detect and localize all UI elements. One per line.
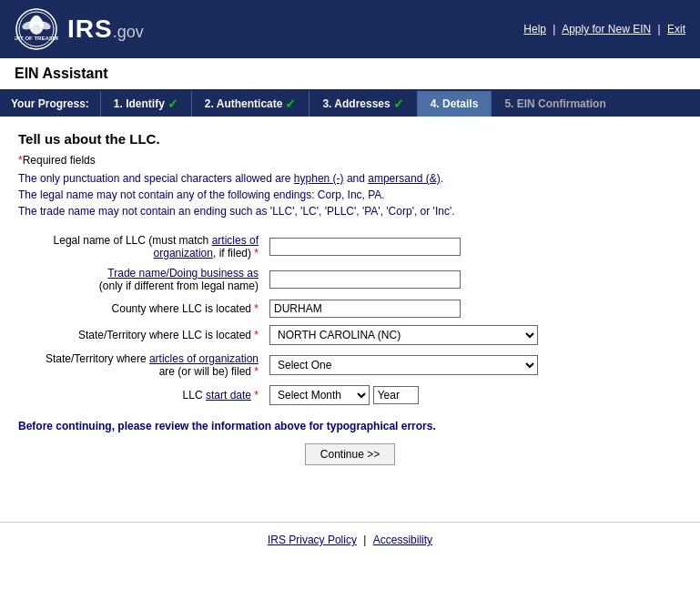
title-bar: EIN Assistant xyxy=(0,58,700,91)
progress-bar: Your Progress: 1. Identify ✓ 2. Authenti… xyxy=(0,91,700,117)
trade-name-link[interactable]: Trade name/Doing business as xyxy=(107,267,259,280)
page-title: EIN Assistant xyxy=(15,66,685,82)
footer-separator: | xyxy=(363,534,369,546)
exit-link[interactable]: Exit xyxy=(667,23,685,36)
start-date-required: * xyxy=(254,389,259,402)
progress-label: Your Progress: xyxy=(0,91,100,117)
privacy-policy-link[interactable]: IRS Privacy Policy xyxy=(268,534,357,546)
state-located-required: * xyxy=(254,329,259,341)
page-footer: IRS Privacy Policy | Accessibility xyxy=(0,523,700,557)
state-filed-input-cell: Select One xyxy=(264,349,682,381)
step-confirmation: 5. EIN Confirmation xyxy=(491,91,618,117)
state-located-input-cell: NORTH CAROLINA (NC) xyxy=(264,321,682,349)
state-located-label-cell: State/Territory where LLC is located * xyxy=(18,321,264,349)
legal-name-required: * xyxy=(254,247,259,259)
state-filed-label-cell: State/Territory where articles of organi… xyxy=(18,349,264,381)
warning-message: Before continuing, please review the inf… xyxy=(18,420,682,432)
legal-name-label-cell: Legal name of LLC (must match articles o… xyxy=(18,230,264,263)
legal-name-row: Legal name of LLC (must match articles o… xyxy=(18,230,682,263)
start-date-input-cell: Select Month January February March Apri… xyxy=(264,381,682,409)
instructions-text: The only punctuation and special charact… xyxy=(18,170,682,219)
state-filed-row: State/Territory where articles of organi… xyxy=(18,349,682,381)
county-row: County where LLC is located * xyxy=(18,296,682,321)
state-located-select[interactable]: NORTH CAROLINA (NC) xyxy=(269,325,538,345)
site-header: DEPT OF TREASURY IRS.gov Help | Apply fo… xyxy=(0,0,700,58)
step-authenticate-check: ✓ xyxy=(285,97,296,111)
step-addresses-check: ✓ xyxy=(393,97,404,111)
step-addresses: 3. Addresses ✓ xyxy=(309,91,416,117)
start-date-link[interactable]: start date xyxy=(206,389,251,402)
info-line-1: The only punctuation and special charact… xyxy=(18,172,443,185)
irs-name: IRS xyxy=(67,15,113,43)
required-fields-note: *Required fields xyxy=(18,154,682,167)
header-navigation: Help | Apply for New EIN | Exit xyxy=(523,23,685,36)
start-date-year-input[interactable] xyxy=(373,386,419,404)
start-date-month-select[interactable]: Select Month January February March Apri… xyxy=(269,385,370,405)
trade-name-row: Trade name/Doing business as(only if dif… xyxy=(18,263,682,296)
gov-suffix: .gov xyxy=(113,23,144,41)
legal-name-input[interactable] xyxy=(269,238,461,256)
step-confirmation-label: 5. EIN Confirmation xyxy=(504,97,605,110)
form-table: Legal name of LLC (must match articles o… xyxy=(18,230,682,409)
step-identify-label: 1. Identify xyxy=(114,97,165,110)
svg-text:DEPT OF TREASURY: DEPT OF TREASURY xyxy=(15,36,58,41)
main-content: Tell us about the LLC. *Required fields … xyxy=(0,117,700,494)
trade-name-label-cell: Trade name/Doing business as(only if dif… xyxy=(18,263,264,296)
trade-name-input[interactable] xyxy=(269,270,461,289)
legal-name-input-cell xyxy=(264,230,682,263)
step-details: 4. Details xyxy=(417,91,492,117)
state-filed-required: * xyxy=(254,365,259,378)
county-label-cell: County where LLC is located * xyxy=(18,296,264,321)
form-section-title: Tell us about the LLC. xyxy=(18,131,682,147)
required-label: Required fields xyxy=(23,154,96,167)
state-filed-select[interactable]: Select One xyxy=(269,355,538,375)
start-date-row: LLC start date * Select Month January Fe… xyxy=(18,381,682,409)
irs-seal-icon: DEPT OF TREASURY xyxy=(15,7,58,51)
info-line-2: The legal name may not contain any of th… xyxy=(18,188,385,201)
trade-name-input-cell xyxy=(264,263,682,296)
county-input-cell xyxy=(264,296,682,321)
accessibility-link[interactable]: Accessibility xyxy=(373,534,432,546)
apply-ein-link[interactable]: Apply for New EIN xyxy=(562,23,651,36)
help-link[interactable]: Help xyxy=(523,23,546,36)
step-details-label: 4. Details xyxy=(431,97,479,110)
step-identify: 1. Identify ✓ xyxy=(100,91,191,117)
state-located-row: State/Territory where LLC is located * N… xyxy=(18,321,682,349)
irs-logo: DEPT OF TREASURY IRS.gov xyxy=(15,7,144,51)
step-authenticate: 2. Authenticate ✓ xyxy=(191,91,309,117)
step-authenticate-label: 2. Authenticate xyxy=(205,97,283,110)
info-line-3: The trade name may not contain an ending… xyxy=(18,205,455,218)
county-required: * xyxy=(254,302,259,315)
continue-button[interactable]: Continue >> xyxy=(305,443,395,465)
continue-button-row: Continue >> xyxy=(18,443,682,465)
step-identify-check: ✓ xyxy=(167,97,178,111)
county-input[interactable] xyxy=(269,300,461,318)
start-date-label-cell: LLC start date * xyxy=(18,381,264,409)
articles-org-link-1[interactable]: articles of organization xyxy=(154,234,259,259)
step-addresses-label: 3. Addresses xyxy=(322,97,390,110)
irs-logo-text: IRS.gov xyxy=(67,15,144,44)
articles-org-link-2[interactable]: articles of organization xyxy=(149,352,259,365)
